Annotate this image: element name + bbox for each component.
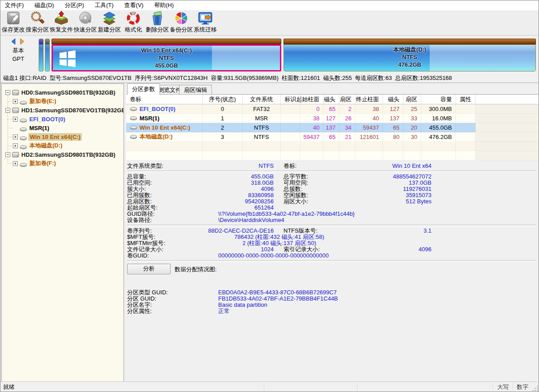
expand-icon[interactable] <box>13 135 18 139</box>
tab-partition-params[interactable]: 分区参数 <box>127 83 160 95</box>
used-space-value: 318.0GB <box>127 180 274 186</box>
volume-guid-value: 00000000-0000-0000-0000-000000000000 <box>218 253 329 259</box>
cell-capacity: 16.0MB <box>421 114 456 123</box>
analyze-button[interactable]: 分析 <box>127 264 171 274</box>
tree-item-label: 新加卷(F:) <box>29 159 56 167</box>
expand-icon[interactable] <box>13 117 18 122</box>
col-header-head1[interactable]: 磁头 <box>323 95 339 104</box>
new-partition-button[interactable]: 新建分区 <box>97 10 121 35</box>
hard-disk-icon <box>12 90 19 97</box>
volume-serial-value: 88D2-CAEC-D2CA-DE16 <box>127 228 274 234</box>
cell-start-cyl: 40 <box>300 123 323 132</box>
cell-attr <box>456 114 475 123</box>
cell-fs: FAT32 <box>243 104 281 114</box>
col-header-start-cyl[interactable]: 起始柱面 <box>300 95 323 104</box>
tree-item-efi-boot[interactable]: EFI_BOOT(0) <box>2 115 124 123</box>
col-header-sec2[interactable]: 扇区 <box>403 95 421 104</box>
tree-item-msr[interactable]: MSR(1) <box>2 123 124 132</box>
separator <box>127 260 536 262</box>
partition-icon <box>20 99 27 106</box>
sector-size-value: 512 Bytes <box>283 198 431 205</box>
partition-fs: NTFS <box>284 53 535 61</box>
search-partition-button[interactable]: 搜索分区 <box>25 10 49 35</box>
resize-grip[interactable] <box>532 385 538 391</box>
tree-item-hd2[interactable]: HD2:SamsungSSD9801TB(932GB) <box>2 150 124 159</box>
hard-disk-icon <box>12 107 19 115</box>
partition-style-label: 基本 <box>0 47 36 55</box>
col-header-capacity[interactable]: 容量 <box>421 95 456 104</box>
menu-item-help[interactable]: 帮助(H) <box>150 0 180 10</box>
save-changes-button[interactable]: 保存更改 <box>1 10 25 35</box>
tree-item-volume-f[interactable]: 新加卷(F:) <box>2 159 124 168</box>
collapse-icon[interactable] <box>5 90 10 95</box>
cell-end-cyl: 121601 <box>355 132 383 142</box>
cell-end-cyl: 59437 <box>355 123 383 132</box>
partition-bar-d[interactable]: 本地磁盘(D:) NTFS 476.2GB <box>283 39 536 71</box>
hard-disk-icon <box>12 152 19 159</box>
new-partition-icon <box>101 10 117 26</box>
tree-item-hd0[interactable]: HD0:SamsungSSD9801TB(932GB) <box>2 88 124 97</box>
partition-fs: NTFS <box>53 54 280 62</box>
tree-item-volume-e[interactable]: 新加卷(E:) <box>2 97 124 106</box>
menu-item-disk[interactable]: 磁盘(D) <box>30 0 60 10</box>
cell-head2: 80 <box>383 132 403 142</box>
delete-partition-button[interactable]: 删除分区 <box>145 10 169 35</box>
col-header-head2[interactable]: 磁头 <box>383 95 403 104</box>
tree-item-label: EFI_BOOT(0) <box>29 116 65 123</box>
mft-cluster-value: 786432 (柱面:432 磁头:41 扇区:58) <box>180 234 378 240</box>
menu-item-file[interactable]: 文件(F) <box>0 0 30 10</box>
partition-bar-msr[interactable] <box>45 39 50 71</box>
collapse-icon[interactable] <box>5 108 10 113</box>
prev-disk-icon[interactable] <box>10 38 17 45</box>
col-header-attr[interactable]: 属性 <box>456 95 475 104</box>
table-row-empty <box>126 142 539 151</box>
recover-files-button[interactable]: 恢复文件 <box>49 10 73 35</box>
expand-icon[interactable] <box>13 143 18 148</box>
table-row-efi-boot[interactable]: EFI_BOOT(0) 0 FAT32 0 65 2 38 127 25 300… <box>126 104 539 114</box>
volume-guid-label: 卷GUID: <box>127 253 149 259</box>
col-header-sec1[interactable]: 扇区 <box>339 95 355 104</box>
tree-item-hd1[interactable]: HD1:SamsungSSD870EVO1TB(932GB) <box>2 106 124 115</box>
cell-attr <box>456 132 475 142</box>
tree-item-win10-c[interactable]: Win 10 Ent x64(C:) <box>2 132 124 141</box>
col-header-fs[interactable]: 文件系统 <box>243 95 281 104</box>
col-header-seq[interactable]: 序号(状态) <box>203 95 243 104</box>
status-ready-text: 就绪 <box>3 383 15 391</box>
table-row-msr[interactable]: MSR(1) 1 MSR 38 127 26 40 137 33 16.0MB <box>126 114 539 123</box>
menu-item-partition[interactable]: 分区(P) <box>60 0 90 10</box>
cell-sec2: 25 <box>403 104 421 114</box>
col-header-volume[interactable]: 卷标 <box>126 95 203 104</box>
tab-sector-edit[interactable]: 扇区编辑 <box>179 85 212 95</box>
expand-icon[interactable] <box>13 99 18 104</box>
collapse-icon[interactable] <box>5 152 10 157</box>
status-separator <box>264 383 265 390</box>
cell-head2: 127 <box>383 104 403 114</box>
table-row-local-disk-d[interactable]: 本地磁盘(D:) 3 NTFS 59437 65 21 121601 80 30… <box>126 132 539 142</box>
status-separator <box>513 383 514 390</box>
cell-flag <box>281 104 300 114</box>
partition-bar-efi[interactable] <box>39 39 44 71</box>
partition-table: 卷标 序号(状态) 文件系统 标识 起始柱面 磁头 扇区 终止柱面 磁头 扇区 … <box>126 95 539 160</box>
menu-item-tools[interactable]: 工具(T) <box>90 0 120 10</box>
menu-item-view[interactable]: 查看(V) <box>120 0 150 10</box>
tree-item-volume-d[interactable]: 本地磁盘(D:) <box>2 141 124 150</box>
device-path-label: 设备路径: <box>127 217 152 223</box>
volume-label: EFI_BOOT(0) <box>140 106 176 112</box>
partition-attr-value: 正常 <box>218 308 230 314</box>
backup-partition-button[interactable]: 备份分区 <box>169 10 193 35</box>
next-disk-icon[interactable] <box>19 38 25 45</box>
row-filler <box>475 104 539 114</box>
quick-partition-button[interactable]: 快速分区 <box>73 10 97 35</box>
partition-table-type-label: GPT <box>0 55 36 62</box>
mftmirr-cluster-value: 2 (柱面:40 磁头:137 扇区:50) <box>180 240 378 246</box>
backup-partition-icon <box>173 10 189 26</box>
toolbar: 保存更改 搜索分区 恢复文件 快速分区 新建分区 格式化 删除分区 备份分区 <box>0 10 539 36</box>
tree-item-label: Win 10 Ent x64(C:) <box>28 133 82 141</box>
tree-item-label: MSR(1) <box>29 125 49 131</box>
expand-icon[interactable] <box>13 161 18 166</box>
col-header-end-cyl[interactable]: 终止柱面 <box>355 95 383 104</box>
table-row-win10-c-selected[interactable]: Win 10 Ent x64(C:) 2 NTFS 40 137 34 5943… <box>126 123 539 132</box>
system-migrate-button[interactable]: 系统迁移 <box>193 10 217 35</box>
format-button[interactable]: 格式化 <box>121 10 145 35</box>
partition-bar-c[interactable]: Win 10 Ent x64(C:) NTFS 455.0GB <box>52 39 281 71</box>
